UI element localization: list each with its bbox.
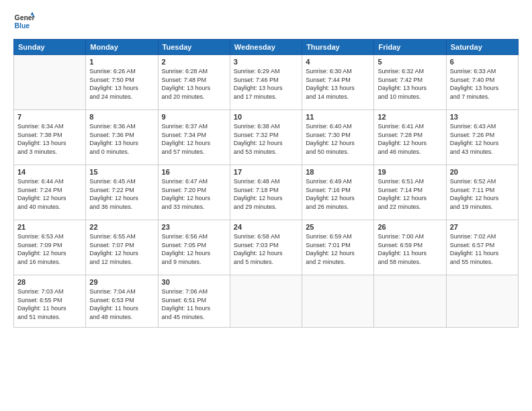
day-info: Sunrise: 6:51 AM Sunset: 7:14 PM Dayligh… [378, 177, 442, 211]
calendar-cell [302, 275, 374, 328]
day-info: Sunrise: 6:52 AM Sunset: 7:11 PM Dayligh… [450, 177, 515, 211]
day-info: Sunrise: 6:34 AM Sunset: 7:38 PM Dayligh… [17, 122, 82, 156]
weekday-header-monday: Monday [86, 40, 158, 55]
day-number: 6 [450, 58, 515, 66]
svg-text:General: General [15, 14, 35, 21]
calendar-cell: 5Sunrise: 6:32 AM Sunset: 7:42 PM Daylig… [374, 55, 446, 110]
weekday-header-saturday: Saturday [446, 40, 518, 55]
day-number: 20 [450, 168, 515, 176]
day-info: Sunrise: 6:30 AM Sunset: 7:44 PM Dayligh… [306, 67, 370, 101]
header-area: General Blue [13, 11, 519, 32]
calendar-cell: 24Sunrise: 6:58 AM Sunset: 7:03 PM Dayli… [230, 220, 302, 275]
week-row-3: 14Sunrise: 6:44 AM Sunset: 7:24 PM Dayli… [14, 165, 519, 220]
calendar-cell: 15Sunrise: 6:45 AM Sunset: 7:22 PM Dayli… [86, 165, 158, 220]
page: General Blue SundayMondayTuesdayWednesda… [0, 0, 532, 411]
calendar-cell: 23Sunrise: 6:56 AM Sunset: 7:05 PM Dayli… [158, 220, 230, 275]
day-number: 26 [378, 223, 442, 231]
calendar-cell: 19Sunrise: 6:51 AM Sunset: 7:14 PM Dayli… [374, 165, 446, 220]
day-number: 14 [17, 168, 82, 176]
day-info: Sunrise: 7:06 AM Sunset: 6:51 PM Dayligh… [162, 287, 226, 321]
day-number: 27 [450, 223, 515, 231]
calendar-cell: 29Sunrise: 7:04 AM Sunset: 6:53 PM Dayli… [86, 275, 158, 328]
calendar-cell: 8Sunrise: 6:36 AM Sunset: 7:36 PM Daylig… [86, 110, 158, 165]
calendar-cell: 10Sunrise: 6:38 AM Sunset: 7:32 PM Dayli… [230, 110, 302, 165]
day-number: 15 [89, 168, 154, 176]
weekday-header-wednesday: Wednesday [230, 40, 302, 55]
day-info: Sunrise: 6:56 AM Sunset: 7:05 PM Dayligh… [162, 232, 226, 266]
calendar-cell: 1Sunrise: 6:26 AM Sunset: 7:50 PM Daylig… [86, 55, 158, 110]
weekday-header-thursday: Thursday [302, 40, 374, 55]
calendar-cell: 6Sunrise: 6:33 AM Sunset: 7:40 PM Daylig… [446, 55, 518, 110]
calendar-cell: 16Sunrise: 6:47 AM Sunset: 7:20 PM Dayli… [158, 165, 230, 220]
day-number: 18 [306, 168, 370, 176]
day-number: 5 [378, 58, 442, 66]
weekday-header-row: SundayMondayTuesdayWednesdayThursdayFrid… [14, 40, 519, 55]
calendar-cell: 28Sunrise: 7:03 AM Sunset: 6:55 PM Dayli… [14, 275, 86, 328]
day-info: Sunrise: 6:48 AM Sunset: 7:18 PM Dayligh… [234, 177, 298, 211]
day-number: 17 [234, 168, 298, 176]
day-info: Sunrise: 6:40 AM Sunset: 7:30 PM Dayligh… [306, 122, 370, 156]
day-info: Sunrise: 6:26 AM Sunset: 7:50 PM Dayligh… [89, 67, 154, 101]
logo-icon: General Blue [13, 11, 35, 32]
calendar-cell: 30Sunrise: 7:06 AM Sunset: 6:51 PM Dayli… [158, 275, 230, 328]
calendar-cell [230, 275, 302, 328]
weekday-header-friday: Friday [374, 40, 446, 55]
calendar-cell: 25Sunrise: 6:59 AM Sunset: 7:01 PM Dayli… [302, 220, 374, 275]
svg-text:Blue: Blue [15, 22, 30, 30]
day-info: Sunrise: 6:36 AM Sunset: 7:36 PM Dayligh… [89, 122, 154, 156]
calendar-cell: 7Sunrise: 6:34 AM Sunset: 7:38 PM Daylig… [14, 110, 86, 165]
logo: General Blue [13, 11, 35, 32]
calendar-table: SundayMondayTuesdayWednesdayThursdayFrid… [13, 39, 519, 328]
day-info: Sunrise: 6:44 AM Sunset: 7:24 PM Dayligh… [17, 177, 82, 211]
calendar-cell: 20Sunrise: 6:52 AM Sunset: 7:11 PM Dayli… [446, 165, 518, 220]
day-info: Sunrise: 7:04 AM Sunset: 6:53 PM Dayligh… [89, 287, 154, 321]
day-info: Sunrise: 6:49 AM Sunset: 7:16 PM Dayligh… [306, 177, 370, 211]
svg-marker-2 [31, 12, 34, 15]
day-number: 13 [450, 113, 515, 121]
day-number: 30 [162, 278, 226, 286]
day-info: Sunrise: 7:00 AM Sunset: 6:59 PM Dayligh… [378, 232, 442, 266]
day-info: Sunrise: 6:53 AM Sunset: 7:09 PM Dayligh… [17, 232, 82, 266]
day-number: 24 [234, 223, 298, 231]
week-row-4: 21Sunrise: 6:53 AM Sunset: 7:09 PM Dayli… [14, 220, 519, 275]
day-info: Sunrise: 6:38 AM Sunset: 7:32 PM Dayligh… [234, 122, 298, 156]
day-number: 10 [234, 113, 298, 121]
calendar-cell: 18Sunrise: 6:49 AM Sunset: 7:16 PM Dayli… [302, 165, 374, 220]
week-row-2: 7Sunrise: 6:34 AM Sunset: 7:38 PM Daylig… [14, 110, 519, 165]
day-number: 4 [306, 58, 370, 66]
calendar-cell: 21Sunrise: 6:53 AM Sunset: 7:09 PM Dayli… [14, 220, 86, 275]
day-info: Sunrise: 6:41 AM Sunset: 7:28 PM Dayligh… [378, 122, 442, 156]
day-number: 22 [89, 223, 154, 231]
calendar-cell [446, 275, 518, 328]
week-row-1: 1Sunrise: 6:26 AM Sunset: 7:50 PM Daylig… [14, 55, 519, 110]
day-number: 9 [162, 113, 226, 121]
calendar-cell: 9Sunrise: 6:37 AM Sunset: 7:34 PM Daylig… [158, 110, 230, 165]
calendar-cell: 11Sunrise: 6:40 AM Sunset: 7:30 PM Dayli… [302, 110, 374, 165]
day-number: 28 [17, 278, 82, 286]
week-row-5: 28Sunrise: 7:03 AM Sunset: 6:55 PM Dayli… [14, 275, 519, 328]
calendar-cell [14, 55, 86, 110]
day-info: Sunrise: 6:47 AM Sunset: 7:20 PM Dayligh… [162, 177, 226, 211]
calendar-cell: 27Sunrise: 7:02 AM Sunset: 6:57 PM Dayli… [446, 220, 518, 275]
day-info: Sunrise: 6:33 AM Sunset: 7:40 PM Dayligh… [450, 67, 515, 101]
calendar-cell: 17Sunrise: 6:48 AM Sunset: 7:18 PM Dayli… [230, 165, 302, 220]
day-info: Sunrise: 7:02 AM Sunset: 6:57 PM Dayligh… [450, 232, 515, 266]
day-info: Sunrise: 7:03 AM Sunset: 6:55 PM Dayligh… [17, 287, 82, 321]
day-number: 1 [89, 58, 154, 66]
day-number: 16 [162, 168, 226, 176]
day-info: Sunrise: 6:32 AM Sunset: 7:42 PM Dayligh… [378, 67, 442, 101]
day-info: Sunrise: 6:59 AM Sunset: 7:01 PM Dayligh… [306, 232, 370, 266]
weekday-header-sunday: Sunday [14, 40, 86, 55]
day-number: 11 [306, 113, 370, 121]
day-number: 7 [17, 113, 82, 121]
day-info: Sunrise: 6:29 AM Sunset: 7:46 PM Dayligh… [234, 67, 298, 101]
calendar-cell: 26Sunrise: 7:00 AM Sunset: 6:59 PM Dayli… [374, 220, 446, 275]
day-info: Sunrise: 6:43 AM Sunset: 7:26 PM Dayligh… [450, 122, 515, 156]
day-info: Sunrise: 6:58 AM Sunset: 7:03 PM Dayligh… [234, 232, 298, 266]
day-info: Sunrise: 6:45 AM Sunset: 7:22 PM Dayligh… [89, 177, 154, 211]
day-number: 12 [378, 113, 442, 121]
day-number: 2 [162, 58, 226, 66]
calendar-cell: 2Sunrise: 6:28 AM Sunset: 7:48 PM Daylig… [158, 55, 230, 110]
day-number: 23 [162, 223, 226, 231]
day-number: 8 [89, 113, 154, 121]
